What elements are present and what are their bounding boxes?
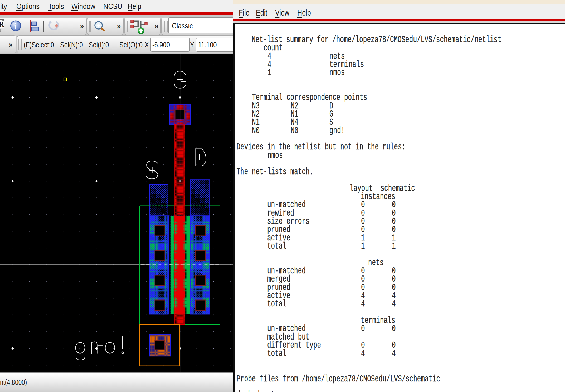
svg-text:R: R bbox=[0, 20, 4, 28]
svg-text:i: i bbox=[14, 21, 17, 31]
